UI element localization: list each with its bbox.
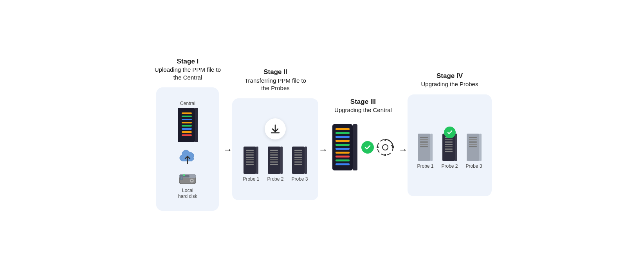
svg-rect-39 (270, 164, 278, 165)
probe-2-item: Probe 2 (267, 147, 283, 182)
svg-rect-94 (469, 146, 477, 147)
svg-rect-7 (182, 128, 192, 130)
svg-rect-75 (420, 144, 428, 145)
svg-rect-81 (445, 139, 453, 140)
svg-rect-1 (195, 108, 198, 142)
stage-2: Stage II Transferring PPM file to the Pr… (232, 68, 318, 200)
svg-rect-57 (336, 144, 350, 146)
svg-rect-58 (336, 148, 350, 150)
stage-1: Stage I Uploading the PPM file to the Ce… (152, 57, 223, 211)
svg-rect-74 (420, 141, 428, 143)
probe-3-label: Probe 3 (291, 176, 308, 182)
probe-1-label: Probe 1 (243, 176, 259, 182)
cloud-upload-icon (177, 148, 198, 165)
svg-rect-86 (445, 151, 453, 152)
svg-rect-4 (182, 119, 192, 120)
stage-3-central-server-icon (332, 124, 359, 170)
svg-rect-29 (246, 164, 254, 165)
svg-rect-45 (294, 154, 302, 156)
svg-rect-79 (455, 134, 457, 161)
svg-rect-68 (377, 147, 379, 148)
svg-rect-42 (305, 147, 307, 174)
download-icon (270, 123, 281, 134)
svg-rect-8 (182, 131, 192, 133)
stage-3-content (332, 124, 394, 170)
svg-rect-61 (336, 159, 350, 161)
svg-rect-9 (182, 134, 192, 136)
svg-rect-5 (182, 122, 192, 123)
svg-rect-22 (256, 147, 258, 174)
svg-rect-26 (246, 157, 254, 158)
svg-rect-38 (270, 161, 278, 163)
svg-rect-43 (294, 150, 302, 151)
svg-rect-54 (336, 132, 350, 134)
stage-3-title: Stage III Upgrading the Central (328, 98, 398, 114)
central-label: Central (180, 101, 195, 106)
probe-2-icon (267, 147, 283, 174)
probe-3-item: Probe 3 (291, 147, 308, 182)
hard-disk-item: Localhard disk (178, 171, 197, 199)
svg-rect-56 (336, 140, 350, 142)
probes-row: Probe 1 Probe 2 (243, 147, 308, 182)
svg-point-17 (183, 174, 185, 176)
svg-rect-73 (420, 139, 428, 140)
svg-rect-27 (246, 159, 254, 160)
svg-rect-32 (280, 147, 283, 174)
svg-rect-69 (392, 147, 394, 148)
download-icon-circle (265, 118, 286, 139)
stage-4-box: Probe 1 (408, 94, 491, 196)
svg-rect-24 (246, 152, 254, 153)
svg-rect-35 (270, 154, 278, 156)
arrow-1: → (223, 144, 232, 155)
stage-2-title: Stage II Transferring PPM file to the Pr… (240, 68, 310, 92)
svg-rect-60 (336, 156, 350, 158)
probe-2-label: Probe 2 (267, 176, 283, 182)
stage-3: Stage III Upgrading the Central (328, 98, 398, 170)
svg-rect-62 (336, 163, 350, 165)
svg-rect-46 (294, 157, 302, 158)
stage-4-probe-2: Probe 2 (441, 134, 458, 169)
stage-4-probe-3-icon (466, 134, 482, 161)
upgrade-diagram: Stage I Uploading the PPM file to the Ce… (137, 49, 507, 219)
stage-1-box: Central (156, 87, 219, 211)
svg-rect-84 (445, 146, 453, 147)
svg-rect-3 (182, 116, 192, 117)
svg-rect-52 (353, 124, 357, 170)
stage-4-probe-1-label: Probe 1 (417, 163, 433, 169)
svg-rect-72 (420, 137, 428, 138)
probe-1-item: Probe 1 (243, 147, 259, 182)
svg-point-16 (191, 180, 193, 181)
stage-4-probe-1: Probe 1 (417, 134, 433, 169)
svg-rect-47 (294, 159, 302, 160)
stage-4-title: Stage IV Upgrading the Probes (415, 72, 485, 88)
svg-rect-34 (270, 152, 278, 153)
svg-rect-33 (270, 150, 278, 151)
svg-rect-92 (469, 141, 477, 143)
probe-1-icon (243, 147, 259, 174)
arrow-3: → (398, 144, 408, 155)
svg-rect-91 (469, 139, 477, 140)
svg-rect-59 (336, 152, 350, 154)
svg-rect-36 (270, 157, 278, 158)
stage-4-probe-2-wrap: Probe 2 (441, 134, 458, 169)
svg-rect-90 (469, 137, 477, 138)
svg-rect-53 (336, 128, 350, 130)
stage-2-box: Probe 1 Probe 2 (232, 98, 318, 200)
svg-rect-6 (182, 125, 192, 127)
svg-rect-76 (420, 146, 428, 147)
hard-disk-icon (179, 171, 197, 186)
svg-rect-85 (445, 148, 453, 150)
central-server-item: Central (177, 101, 198, 142)
arrow-2: → (318, 144, 328, 155)
svg-rect-2 (182, 112, 192, 114)
probe-2-check (444, 127, 456, 138)
svg-rect-93 (469, 144, 477, 145)
svg-rect-55 (336, 136, 350, 138)
svg-rect-23 (246, 150, 254, 151)
stage-4-probes-row: Probe 1 (417, 126, 482, 169)
hard-disk-label: Localhard disk (178, 188, 197, 199)
svg-point-65 (382, 145, 388, 150)
svg-rect-66 (384, 139, 386, 141)
svg-rect-82 (445, 141, 453, 143)
stage-4-probe-3: Probe 3 (466, 134, 482, 169)
